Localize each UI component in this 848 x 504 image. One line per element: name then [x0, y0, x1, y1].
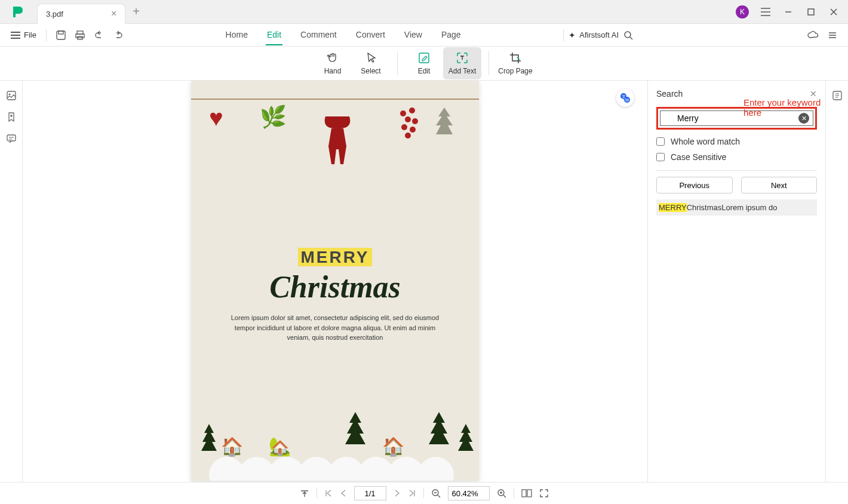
svg-point-15 — [401, 124, 407, 130]
add-text-tool[interactable]: Add Text — [443, 47, 481, 79]
sparkle-icon: ✦ — [569, 30, 576, 40]
last-page-icon[interactable] — [408, 489, 416, 497]
menu-convert[interactable]: Convert — [355, 25, 386, 45]
house-icon: 🏡 — [269, 436, 291, 457]
document-decorations: ♥ 🌿 — [191, 81, 479, 230]
pine-tree-icon — [424, 409, 454, 463]
tab-title: 3.pdf — [46, 10, 63, 19]
comments-icon[interactable] — [5, 132, 18, 145]
statusbar — [0, 482, 848, 504]
christmas-text: Christmas — [191, 269, 479, 305]
maximize-button[interactable] — [801, 4, 821, 20]
deer-ornament-icon — [308, 110, 367, 188]
zoom-in-icon[interactable] — [497, 488, 506, 498]
svg-point-13 — [405, 116, 411, 122]
svg-rect-3 — [77, 31, 83, 34]
menu-page[interactable]: Page — [440, 25, 462, 45]
document-tab[interactable]: 3.pdf × — [37, 4, 125, 24]
print-icon[interactable] — [72, 27, 88, 44]
divider — [563, 29, 564, 41]
hand-label: Hand — [324, 67, 342, 75]
document-footer-scene: 🏠 🏡 🏠 — [191, 391, 479, 481]
menu-comment[interactable]: Comment — [299, 25, 338, 45]
divider — [46, 29, 47, 41]
edit-tool[interactable]: Edit — [405, 47, 443, 79]
svg-text:W: W — [625, 98, 629, 102]
house-icon: 🏠 — [382, 436, 404, 457]
user-avatar[interactable]: K — [736, 5, 749, 19]
file-label: File — [24, 30, 36, 39]
menubar: File Home Edit Comment Convert View Page… — [0, 24, 848, 47]
document-page[interactable]: ♥ 🌿 MERRY Christmas Lorem ipsum dolor si… — [191, 81, 479, 481]
result-context: ChristmasLorem ipsum do — [687, 203, 778, 212]
svg-point-6 — [625, 32, 631, 38]
pine-tree-icon — [197, 421, 221, 463]
prev-page-icon[interactable] — [340, 489, 347, 497]
save-icon[interactable] — [53, 27, 69, 44]
tree-ornament-icon — [430, 105, 459, 140]
cloud-icon[interactable] — [805, 27, 822, 44]
close-tab-icon[interactable]: × — [111, 8, 116, 19]
scroll-to-top-icon[interactable] — [300, 488, 309, 498]
bookmark-add-icon[interactable] — [5, 110, 18, 124]
titlebar: 3.pdf × + K — [0, 0, 848, 24]
fit-width-icon[interactable] — [521, 489, 532, 497]
divider — [317, 488, 317, 498]
close-window-button[interactable] — [824, 4, 843, 20]
left-nav — [0, 81, 23, 482]
divider — [488, 51, 489, 75]
ai-button[interactable]: ✦ Afirstsoft AI — [569, 30, 619, 40]
first-page-icon[interactable] — [324, 489, 333, 497]
add-text-label: Add Text — [448, 67, 476, 75]
svg-point-14 — [412, 118, 418, 124]
crop-page-tool[interactable]: Crop Page — [496, 47, 534, 79]
divider — [514, 488, 514, 498]
menu-tabs: Home Edit Comment Convert View Page — [128, 25, 558, 45]
zoom-out-icon[interactable] — [431, 488, 441, 498]
menu-edit[interactable]: Edit — [266, 25, 282, 45]
edit-label: Edit — [418, 67, 431, 75]
case-sensitive-input[interactable] — [656, 153, 665, 161]
next-button[interactable]: Next — [741, 177, 818, 193]
whole-word-checkbox[interactable]: Whole word match — [656, 137, 817, 146]
menu-view[interactable]: View — [403, 25, 423, 45]
new-tab-button[interactable]: + — [133, 5, 140, 19]
select-tool[interactable]: Select — [352, 47, 390, 79]
svg-point-16 — [410, 127, 416, 133]
translate-button[interactable]: 文W — [616, 89, 634, 107]
app-menu-icon[interactable] — [756, 4, 775, 20]
search-result-row[interactable]: MERRYChristmasLorem ipsum do — [656, 199, 817, 216]
next-page-icon[interactable] — [394, 489, 401, 497]
app-logo — [11, 5, 25, 19]
svg-point-12 — [409, 107, 415, 113]
divider — [397, 51, 398, 75]
undo-icon[interactable] — [91, 27, 107, 44]
whole-word-input[interactable] — [656, 137, 665, 146]
search-icon[interactable] — [620, 27, 637, 44]
previous-button[interactable]: Previous — [656, 177, 733, 193]
menu-home[interactable]: Home — [225, 25, 249, 45]
search-options: Whole word match Case Sensitive — [656, 137, 817, 162]
thumbnails-icon[interactable] — [5, 89, 18, 102]
hamburger-icon — [11, 32, 20, 39]
house-icon: 🏠 — [221, 436, 243, 457]
crop-icon — [509, 51, 522, 64]
svg-rect-25 — [522, 490, 526, 497]
minimize-button[interactable] — [779, 4, 798, 20]
hand-tool[interactable]: Hand — [314, 47, 352, 79]
fullscreen-icon[interactable] — [539, 488, 549, 498]
file-menu[interactable]: File — [6, 30, 41, 39]
redo-icon[interactable] — [110, 27, 127, 44]
edit-toolbar: Hand Select Edit Add Text Crop Page — [0, 47, 848, 81]
divider — [423, 488, 424, 498]
zoom-input[interactable] — [448, 486, 490, 500]
search-title: Search — [656, 89, 683, 99]
case-sensitive-checkbox[interactable]: Case Sensitive — [656, 152, 817, 162]
page-input[interactable] — [354, 486, 386, 500]
svg-rect-1 — [57, 31, 65, 39]
svg-rect-10 — [7, 135, 16, 141]
panel-toggle-icon[interactable] — [824, 27, 841, 44]
canvas-area[interactable]: ♥ 🌿 MERRY Christmas Lorem ipsum dolor si… — [23, 81, 647, 482]
svg-rect-4 — [76, 34, 84, 38]
branch-ornament-icon: 🌿 — [260, 105, 287, 130]
